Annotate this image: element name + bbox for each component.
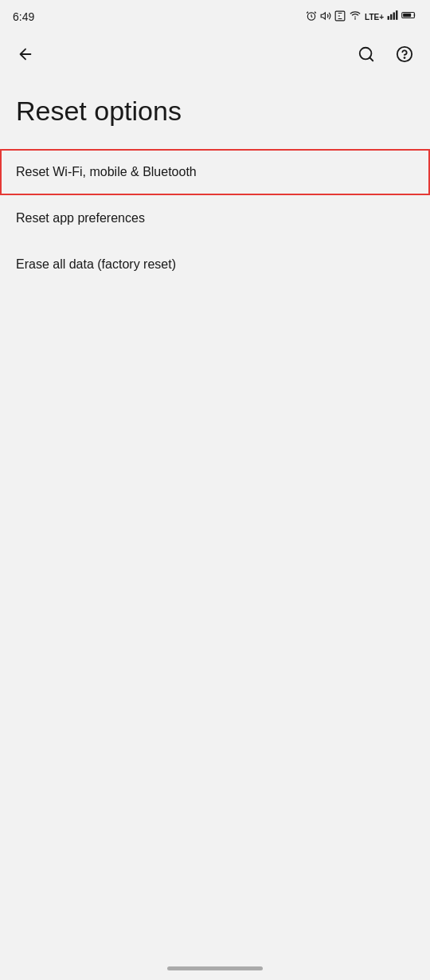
menu-item-erase-data-label: Erase all data (factory reset)	[16, 257, 176, 272]
nav-bar	[0, 32, 430, 76]
help-icon	[396, 45, 413, 63]
menu-item-reset-app[interactable]: Reset app preferences	[0, 195, 430, 241]
search-icon	[358, 45, 375, 63]
menu-list: Reset Wi-Fi, mobile & Bluetooth Reset ap…	[0, 149, 430, 288]
volume-icon	[320, 10, 331, 24]
alarm-icon	[306, 10, 317, 24]
status-time: 6:49	[13, 10, 34, 23]
nav-right	[350, 38, 420, 70]
svg-marker-1	[321, 12, 325, 18]
bottom-nav-indicator	[167, 966, 263, 970]
search-button[interactable]	[350, 38, 382, 70]
wifi-icon	[349, 10, 362, 24]
menu-item-erase-data[interactable]: Erase all data (factory reset)	[0, 241, 430, 288]
svg-rect-5	[390, 14, 392, 20]
svg-rect-4	[388, 16, 389, 20]
status-bar: 6:49 LTE+	[0, 0, 430, 32]
help-button[interactable]	[389, 38, 420, 70]
status-icons: LTE+	[306, 10, 417, 24]
lte-icon: LTE+	[365, 13, 384, 22]
menu-item-reset-wifi-label: Reset Wi-Fi, mobile & Bluetooth	[16, 165, 197, 179]
svg-rect-6	[393, 13, 395, 20]
menu-item-reset-app-label: Reset app preferences	[16, 211, 145, 225]
menu-item-reset-wifi[interactable]: Reset Wi-Fi, mobile & Bluetooth	[0, 149, 430, 195]
page-title-container: Reset options	[0, 76, 430, 143]
back-arrow-icon	[17, 45, 34, 63]
svg-rect-9	[403, 14, 411, 17]
network-icon	[334, 10, 346, 23]
battery-icon	[401, 10, 417, 24]
nav-left	[10, 38, 41, 70]
page-title: Reset options	[16, 96, 414, 127]
signal-icon	[387, 10, 398, 24]
back-button[interactable]	[10, 38, 41, 70]
svg-rect-7	[396, 10, 397, 20]
